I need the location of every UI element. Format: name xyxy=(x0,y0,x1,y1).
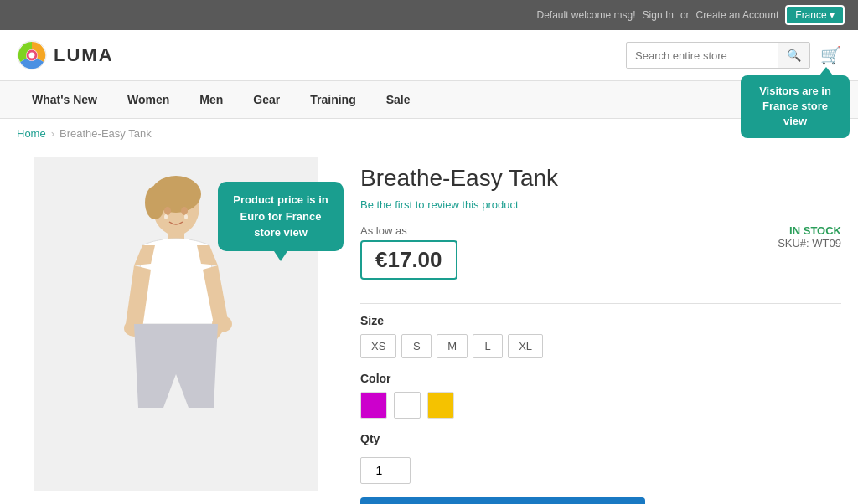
topbar-or: or xyxy=(680,9,690,21)
product-title: Breathe-Easy Tank xyxy=(360,165,841,192)
product-price: €17.00 xyxy=(360,240,457,280)
add-to-cart-button[interactable]: Add to Cart xyxy=(360,497,645,504)
breadcrumb-separator: › xyxy=(51,127,54,140)
top-bar: Default welcome msg! Sign In or Create a… xyxy=(0,0,858,30)
size-m[interactable]: M xyxy=(437,334,468,358)
price-tooltip: Product price is in Euro for France stor… xyxy=(218,182,344,251)
color-swatch-white[interactable] xyxy=(394,392,421,419)
sku-label: SKU#: xyxy=(778,237,809,249)
search-box[interactable]: 🔍 xyxy=(626,42,810,69)
qty-label: Qty xyxy=(360,432,841,445)
france-store-tooltip: Visitors are in France store view xyxy=(741,75,850,138)
svg-point-12 xyxy=(164,207,171,215)
stock-status: IN STOCK xyxy=(778,224,841,237)
color-swatch-purple[interactable] xyxy=(360,392,387,419)
store-view-button[interactable]: France ▾ xyxy=(785,5,845,25)
size-xl[interactable]: XL xyxy=(508,334,543,358)
header-right: 🔍 🛒 xyxy=(626,42,841,69)
logo-icon xyxy=(17,40,47,70)
sku-info: SKU#: WT09 xyxy=(778,237,841,249)
create-account-link[interactable]: Create an Account xyxy=(696,9,779,21)
nav-item-sale[interactable]: Sale xyxy=(371,81,426,118)
nav-item-training[interactable]: Training xyxy=(295,81,370,118)
svg-point-14 xyxy=(164,214,168,219)
search-button[interactable]: 🔍 xyxy=(778,43,809,68)
qty-input[interactable] xyxy=(360,457,411,484)
size-label: Size xyxy=(360,314,841,327)
product-info: Breathe-Easy Tank Be the first to review… xyxy=(360,157,841,504)
divider xyxy=(360,303,841,304)
size-section: Size XS S M L XL xyxy=(360,314,841,358)
sku-value: WT09 xyxy=(812,237,841,249)
welcome-message: Default welcome msg! xyxy=(536,9,635,21)
color-swatch-yellow[interactable] xyxy=(427,392,454,419)
nav-item-gear[interactable]: Gear xyxy=(238,81,295,118)
color-options xyxy=(360,392,841,419)
main-navigation: What's New Women Men Gear Training Sale xyxy=(0,81,858,119)
nav-item-women[interactable]: Women xyxy=(112,81,184,118)
color-section: Color xyxy=(360,372,841,419)
breadcrumb-current: Breathe-Easy Tank xyxy=(59,127,152,140)
size-options: XS S M L XL xyxy=(360,334,841,358)
size-xs[interactable]: XS xyxy=(360,334,396,358)
logo[interactable]: LUMA xyxy=(17,40,626,70)
price-label: As low as xyxy=(360,224,457,237)
size-l[interactable]: L xyxy=(473,334,503,358)
svg-rect-11 xyxy=(182,239,189,249)
svg-rect-10 xyxy=(163,239,170,249)
review-link[interactable]: Be the first to review this product xyxy=(360,198,841,211)
header: LUMA 🔍 🛒 Visitors are in France store vi… xyxy=(0,30,858,81)
price-left: As low as €17.00 xyxy=(360,224,457,293)
cart-button[interactable]: 🛒 xyxy=(820,45,841,65)
nav-item-men[interactable]: Men xyxy=(184,81,238,118)
svg-point-6 xyxy=(145,186,165,219)
color-label: Color xyxy=(360,372,841,385)
signin-link[interactable]: Sign In xyxy=(643,9,674,21)
product-image-wrap: Product price is in Euro for France stor… xyxy=(17,157,335,504)
svg-point-13 xyxy=(181,207,188,215)
breadcrumb-home[interactable]: Home xyxy=(17,127,46,140)
qty-section: Qty xyxy=(360,432,841,484)
stock-info: IN STOCK SKU#: WT09 xyxy=(778,224,841,249)
price-section: As low as €17.00 IN STOCK SKU#: WT09 xyxy=(360,224,841,293)
cart-icon: 🛒 xyxy=(820,46,841,64)
size-s[interactable]: S xyxy=(401,334,432,358)
product-area: Product price is in Euro for France stor… xyxy=(0,148,858,504)
search-input[interactable] xyxy=(627,44,778,68)
breadcrumb: Home › Breathe-Easy Tank xyxy=(0,119,858,148)
nav-item-whats-new[interactable]: What's New xyxy=(17,81,112,118)
svg-point-15 xyxy=(184,214,188,219)
logo-text: LUMA xyxy=(54,44,114,66)
